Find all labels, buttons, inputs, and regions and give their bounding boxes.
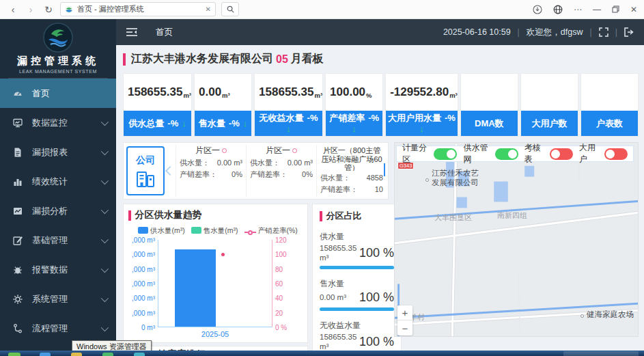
kpi-card-meter-count[interactable]: 户表数 bbox=[580, 73, 639, 137]
zone-title: 片区一 bbox=[195, 146, 220, 155]
zone-card[interactable]: 片区一 供水量：0.00 m³ 产销差率：0% bbox=[246, 145, 316, 197]
chevron-right-icon bbox=[384, 163, 385, 176]
y-axis-tick: ,000 m³ bbox=[125, 236, 155, 244]
app-title: 漏控管理系统 bbox=[0, 55, 116, 68]
supply-label: 供水量： bbox=[180, 157, 210, 169]
window-restore-icon[interactable] bbox=[612, 5, 619, 13]
map-zoom-out-button[interactable]: − bbox=[397, 320, 412, 336]
browser-menu-icon[interactable]: ⋯ bbox=[574, 5, 582, 14]
ratio-percent: 100 % bbox=[359, 335, 394, 349]
collapse-menu-icon[interactable] bbox=[126, 27, 138, 37]
chart-legend: 供水量(m³) 售水量(m³) 产销差率(%) bbox=[138, 226, 307, 236]
sidebar-item-process-mgmt[interactable]: 流程管理 bbox=[0, 314, 116, 343]
supply-bar bbox=[175, 249, 216, 327]
legend-item-supply[interactable]: 供水量(m³) bbox=[138, 226, 185, 236]
header-welcome: 欢迎您，dfgsw bbox=[527, 27, 583, 38]
zone-carousel: 公司 片区一 供水量：0.00 m³ 产销差率：0% 片区一 供水量：0.00 … bbox=[123, 142, 389, 200]
report-icon bbox=[12, 147, 23, 158]
chart-plot-area bbox=[158, 240, 272, 327]
tab-title: 首页 - 漏控管理系统 bbox=[77, 4, 201, 14]
nrw-label: 产销差率： bbox=[180, 169, 217, 180]
sidebar-item-alarm-data[interactable]: 报警数据 bbox=[0, 255, 116, 284]
gear-icon bbox=[12, 294, 23, 305]
map-label-area: 大丰围垦区 bbox=[434, 213, 472, 223]
chevron-down-icon bbox=[101, 264, 109, 272]
sidebar-item-basic-mgmt[interactable]: 基础管理 bbox=[0, 225, 116, 255]
title-suffix: 月看板 bbox=[291, 52, 324, 66]
sidebar-item-label: 报警数据 bbox=[32, 264, 68, 276]
legend-item-sold[interactable]: 售水量(m³) bbox=[191, 226, 238, 236]
taskbar-tray[interactable] bbox=[563, 351, 639, 356]
fullscreen-icon[interactable] bbox=[599, 27, 608, 37]
start-button[interactable] bbox=[8, 353, 20, 356]
ratio-percent: 100 % bbox=[359, 246, 394, 260]
toggle-label-metering-zone: 计量分区 bbox=[402, 142, 428, 165]
toggle-metering-zone[interactable] bbox=[434, 148, 457, 160]
globe-icon[interactable] bbox=[553, 5, 563, 14]
taskbar-folder-icon[interactable] bbox=[71, 353, 82, 356]
browser-forward-icon[interactable]: › bbox=[25, 4, 37, 15]
kpi-value: 158655.35 bbox=[259, 85, 313, 99]
sidebar: 漏控管理系统 LEAK MANAGEMENT SYSTEM 首页 数据监控 漏损… bbox=[0, 19, 116, 356]
browser-search-button[interactable] bbox=[221, 2, 239, 16]
sidebar-item-home[interactable]: 首页 bbox=[0, 79, 116, 108]
separator: | bbox=[590, 27, 592, 37]
zone-card[interactable]: 片区一（800主管压站和海融广场60管） 供水量：4858 产销差率：10 bbox=[316, 145, 387, 197]
download-icon[interactable] bbox=[533, 5, 542, 14]
kpi-value: 158655.35 bbox=[128, 85, 182, 99]
edit-icon bbox=[12, 235, 23, 246]
map-zoom-in-button[interactable]: + bbox=[397, 305, 412, 320]
windows-taskbar[interactable] bbox=[0, 351, 644, 356]
map-label-company: 江苏佳禾农艺发展有限公司 bbox=[432, 169, 479, 188]
ratio-label: 供水量 bbox=[320, 231, 394, 243]
toggle-supply-network[interactable] bbox=[495, 148, 518, 160]
sidebar-item-performance-stats[interactable]: 绩效统计 bbox=[0, 167, 116, 196]
kpi-card-nrw-rate[interactable]: 100.00% 产销差率-%↓ bbox=[325, 73, 383, 137]
kpi-card-non-revenue-water[interactable]: 158655.35m³ 无收益水量-%↓ bbox=[254, 73, 323, 137]
tab-close-icon[interactable]: ✕ bbox=[206, 5, 211, 13]
zone-card[interactable]: 片区一 供水量：0.00 m³ 产销差率：0% bbox=[176, 145, 246, 197]
legend-item-nrw-rate[interactable]: 产销差率(%) bbox=[244, 226, 298, 236]
supply-value: 0.00 m³ bbox=[288, 157, 313, 169]
toggle-label-large-user: 大用户 bbox=[579, 142, 598, 165]
breadcrumb-home-tab[interactable]: 首页 bbox=[156, 27, 173, 38]
carousel-next-button[interactable] bbox=[384, 165, 385, 177]
map-layer-toggle-bar: 计量分区 供水管网 考核表 大用户 bbox=[396, 146, 634, 162]
map-panel[interactable]: 计量分区 供水管网 考核表 大用户 G343 江苏佳禾农艺发展有限公司 bbox=[394, 142, 639, 337]
nrw-value: 0% bbox=[232, 169, 242, 180]
dashboard-icon bbox=[12, 88, 23, 99]
sidebar-item-leak-report[interactable]: 漏损报表 bbox=[0, 137, 116, 167]
company-name: 江苏大丰港水务发展有限公司 bbox=[131, 52, 273, 66]
analysis-icon bbox=[12, 206, 23, 217]
app-header: 首页 2025-06-16 10:59 | 欢迎您，dfgsw | | bbox=[116, 19, 644, 45]
taskbar-app-icon[interactable] bbox=[134, 353, 145, 356]
browser-reload-icon[interactable]: ↻ bbox=[42, 4, 55, 15]
kpi-unit: % bbox=[366, 92, 372, 99]
toggle-large-user[interactable] bbox=[604, 148, 628, 160]
ratio-label: 售水量 bbox=[320, 278, 394, 290]
kpi-card-large-user-usage[interactable]: -129552.80m³ 大用户用水量-%↓ bbox=[385, 73, 458, 137]
window-minimize-icon[interactable]: — bbox=[593, 5, 601, 14]
window-close-icon[interactable]: ✕ bbox=[630, 5, 637, 14]
logout-icon[interactable] bbox=[624, 27, 634, 37]
browser-tab[interactable]: 首页 - 漏控管理系统 ✕ bbox=[60, 2, 216, 16]
nrw-value: 0% bbox=[302, 169, 313, 180]
ratio-value: 158655.35 m³ bbox=[320, 332, 359, 352]
kpi-card-large-user-count[interactable]: 大用户数 bbox=[520, 73, 578, 137]
sidebar-item-system-mgmt[interactable]: 系统管理 bbox=[0, 284, 116, 314]
company-card[interactable]: 公司 bbox=[126, 146, 165, 195]
toggle-assessment-meter[interactable] bbox=[550, 148, 573, 160]
kpi-card-sold-water[interactable]: 0.00m³ 售水量-%↓ bbox=[194, 73, 252, 137]
kpi-card-total-supply[interactable]: 158655.35m³ 供水总量-%↓ bbox=[123, 73, 192, 137]
taskbar-app-icon[interactable] bbox=[40, 353, 51, 356]
sidebar-item-leak-analysis[interactable]: 漏损分析 bbox=[0, 196, 116, 225]
carousel-prev-button[interactable] bbox=[165, 145, 176, 197]
taskbar-app-icon[interactable] bbox=[102, 353, 113, 356]
legend-swatch-green bbox=[191, 227, 201, 234]
sidebar-item-data-monitor[interactable]: 数据监控 bbox=[0, 108, 116, 137]
ratio-progress-bar bbox=[320, 266, 394, 269]
browser-back-icon[interactable]: ‹ bbox=[7, 4, 19, 15]
kpi-card-dma-count[interactable]: DMA数 bbox=[460, 73, 518, 137]
month-value: 05 bbox=[276, 53, 288, 66]
kpi-delta: -% bbox=[368, 113, 379, 124]
